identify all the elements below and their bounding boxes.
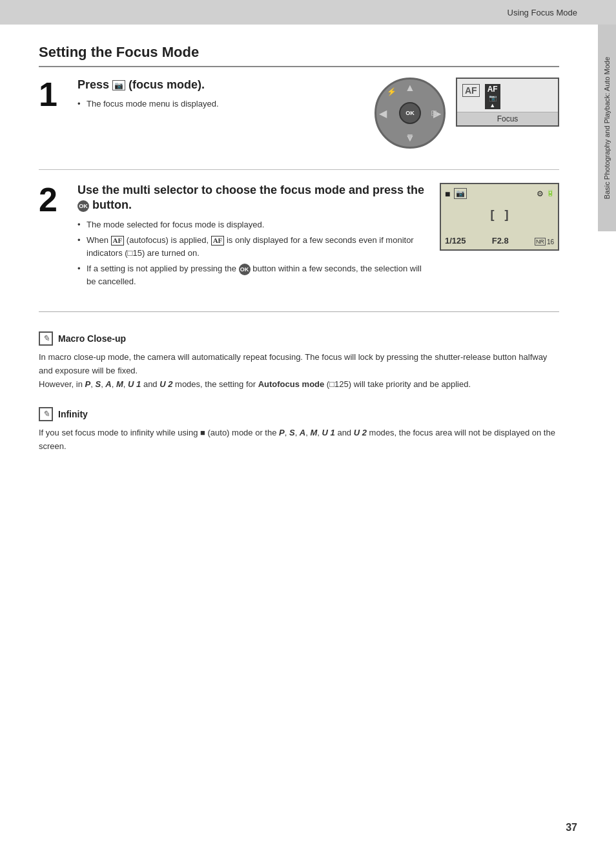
- lcd-center: [ ]: [445, 202, 554, 227]
- dial-focus-icon: ▼: [406, 131, 415, 142]
- lcd-nr-icon: NR: [535, 238, 546, 246]
- sidebar-tab: Basic Photography and Playback: Auto Mod…: [598, 25, 616, 231]
- lcd-bottom-row: 1/125 F2.8 NR 16: [445, 236, 554, 246]
- step-1-row: 1 Press 📷 (focus mode). The focus mode m…: [39, 78, 559, 149]
- lcd-counter: NR 16: [535, 238, 554, 246]
- note-infinity-section: ✎ Infinity If you set focus mode to infi…: [39, 407, 559, 454]
- inf-mode-p: P: [279, 428, 285, 437]
- step-1-number: 1: [39, 78, 65, 111]
- af-inline: AF: [111, 236, 125, 246]
- step-2-number: 2: [39, 183, 65, 216]
- section-title: Setting the Focus Mode: [39, 44, 559, 67]
- focus-display-top: AF AF 📷 ▲: [457, 79, 558, 112]
- camera-dial-container: ▲ ▼ ◀ ▶ ⚡ ▼ OK ⊞: [375, 78, 446, 149]
- focus-mode-symbol: 📷: [112, 80, 125, 90]
- mode-s: S: [95, 379, 101, 389]
- af-selected-text: AF: [488, 85, 498, 94]
- lcd-focus-brackets: [ ]: [491, 208, 509, 222]
- note-macro-header: ✎ Macro Close-up: [39, 331, 559, 346]
- note-macro-icon: ✎: [39, 331, 53, 346]
- lcd-settings-icon: ⚙: [537, 189, 544, 198]
- af-inline-2: AF: [211, 236, 225, 246]
- lcd-right-icons: ⚙ 🔋: [537, 189, 554, 198]
- camera-lcd: ■ 📷 ⚙ 🔋 [ ] 1/125 F2.8: [440, 183, 559, 251]
- lcd-top-row: ■ 📷 ⚙ 🔋: [445, 188, 554, 199]
- step-2-bullet-3: If a setting is not applied by pressing …: [77, 262, 427, 288]
- mode-m: M: [116, 379, 123, 389]
- dial-arrow-top: ▲: [405, 82, 415, 94]
- step-2-bullet-1: The mode selected for focus mode is disp…: [77, 218, 427, 231]
- ok-inline-icon: OK: [77, 200, 89, 212]
- main-content: Setting the Focus Mode 1 Press 📷 (focus …: [0, 25, 598, 494]
- ok-inline-2: OK: [239, 264, 251, 275]
- note-infinity-header: ✎ Infinity: [39, 407, 559, 421]
- step-1-content: Press 📷 (focus mode). The focus mode men…: [77, 78, 362, 114]
- focus-label: Focus: [457, 112, 558, 125]
- lcd-aperture: F2.8: [492, 236, 509, 246]
- focus-menu-display: AF AF 📷 ▲ Focus: [456, 78, 559, 127]
- af-mountain-icon: ▲: [489, 102, 495, 109]
- notes-divider: [39, 311, 559, 312]
- step-2-heading: Use the multi selector to choose the foc…: [77, 183, 427, 213]
- af-normal: AF: [462, 84, 480, 97]
- step-1-bullet-1: The focus mode menu is displayed.: [77, 98, 362, 110]
- mode-u2: U 2: [159, 379, 172, 389]
- step-2-row: 2 Use the multi selector to choose the f…: [39, 183, 559, 291]
- camera-dial: ▲ ▼ ◀ ▶ ⚡ ▼ OK ⊞: [375, 78, 446, 149]
- header-title: Using Focus Mode: [508, 8, 577, 17]
- lcd-shutter: 1/125: [445, 236, 466, 246]
- step-2-bullet-2: When AF (autofocus) is applied, AF is on…: [77, 234, 427, 259]
- mode-u1: U 1: [128, 379, 141, 389]
- dial-right-icon: ⊞: [431, 109, 437, 118]
- af-selected-icon: 📷: [489, 94, 497, 101]
- note-macro-title: Macro Close-up: [58, 333, 126, 344]
- note-macro-body: In macro close-up mode, the camera will …: [39, 351, 559, 391]
- header-bar: Using Focus Mode: [0, 0, 616, 25]
- bracket-left: [: [491, 208, 495, 222]
- page-number: 37: [566, 822, 577, 833]
- inf-mode-m: M: [310, 428, 317, 437]
- note-infinity-icon: ✎: [39, 407, 53, 421]
- note-macro-section: ✎ Macro Close-up In macro close-up mode,…: [39, 331, 559, 391]
- dial-arrow-left: ◀: [379, 107, 387, 120]
- lcd-count-value: 16: [547, 238, 554, 246]
- lcd-battery-icon: 🔋: [546, 189, 554, 198]
- inf-mode-a: A: [300, 428, 305, 437]
- dial-flash-icon: ⚡: [387, 87, 396, 96]
- lcd-left-icons: ■ 📷: [445, 188, 467, 199]
- step-divider: [39, 169, 559, 170]
- af-selected: AF 📷 ▲: [485, 84, 500, 109]
- inf-mode-s: S: [289, 428, 295, 437]
- inf-mode-u1: U 1: [322, 428, 335, 437]
- note-infinity-body: If you set focus mode to infinity while …: [39, 426, 559, 454]
- ok-label: OK: [406, 110, 415, 116]
- step-1-bullets: The focus mode menu is displayed.: [77, 98, 362, 110]
- step-1-heading: Press 📷 (focus mode).: [77, 78, 362, 92]
- bracket-right: ]: [505, 208, 509, 222]
- lcd-camera-icon: ■: [445, 189, 450, 199]
- step-1-images: ▲ ▼ ◀ ▶ ⚡ ▼ OK ⊞ AF: [375, 78, 559, 149]
- mode-p: P: [85, 379, 91, 389]
- autofocus-mode-label: Autofocus mode: [258, 379, 325, 389]
- ok-button[interactable]: OK: [399, 102, 421, 124]
- step-2-content: Use the multi selector to choose the foc…: [77, 183, 427, 291]
- inf-mode-u2: U 2: [354, 428, 367, 437]
- lcd-scene-icon: 📷: [454, 188, 467, 199]
- sidebar-label: Basic Photography and Playback: Auto Mod…: [603, 57, 611, 199]
- step-2-image: ■ 📷 ⚙ 🔋 [ ] 1/125 F2.8: [440, 183, 559, 251]
- note-infinity-title: Infinity: [58, 409, 88, 419]
- step-2-bullets: The mode selected for focus mode is disp…: [77, 218, 427, 288]
- mode-a: A: [105, 379, 111, 389]
